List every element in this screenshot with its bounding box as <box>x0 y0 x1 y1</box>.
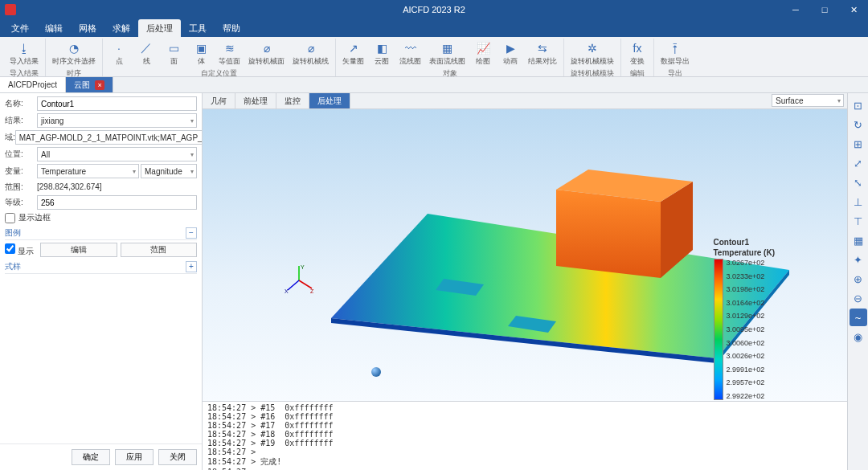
legend-show-label: 显示 <box>18 247 34 255</box>
svg-text:X: X <box>285 288 289 294</box>
表面流线图-icon: ▦ <box>440 41 455 55</box>
domain-select[interactable]: MAT_AGP-MOLD_2_1_MATPOINT.vtk;MAT_AGP_t <box>15 130 202 145</box>
tool-11[interactable]: ~ <box>850 309 867 326</box>
ribbon-数据导出[interactable]: ⭱数据导出 <box>657 40 693 67</box>
ribbon-group-label: 自定义位置 <box>201 67 237 80</box>
svg-line-12 <box>288 280 299 290</box>
svg-text:Z: Z <box>310 288 314 294</box>
tool-9[interactable]: ⊕ <box>850 270 867 288</box>
tool-0[interactable]: ⊡ <box>850 96 867 114</box>
levels-input[interactable] <box>37 195 197 210</box>
location-select[interactable]: All <box>37 147 197 161</box>
ribbon-点[interactable]: ·点 <box>106 40 132 67</box>
show-border-checkbox[interactable] <box>5 213 15 223</box>
3d-viewport[interactable]: Y Z X Contour1 Temperature (K) 3.0267e+0… <box>203 109 847 401</box>
name-input[interactable] <box>37 96 197 111</box>
ribbon-旋转机械线[interactable]: ⌀旋转机械线 <box>289 40 332 67</box>
导入结果-icon: ⭳ <box>17 41 31 55</box>
result-select[interactable]: jixiang <box>37 113 197 128</box>
tool-2[interactable]: ⊞ <box>850 135 867 153</box>
view-tabs: 几何前处理监控后处理Surface <box>203 93 847 109</box>
view-tab-监控[interactable]: 监控 <box>276 93 309 108</box>
关闭-button[interactable]: 关闭 <box>158 449 197 465</box>
等值面-icon: ≋ <box>223 41 237 55</box>
ribbon-group-label: 对象 <box>443 67 457 80</box>
variable-component-select[interactable]: Magnitude <box>141 164 197 178</box>
tool-3[interactable]: ⤢ <box>850 154 867 172</box>
ribbon-矢量图[interactable]: ↗矢量图 <box>339 40 367 67</box>
property-panel: 名称: 结果:jixiang 域:MAT_AGP-MOLD_2_1_MATPOI… <box>0 93 203 470</box>
style-section-header[interactable]: 式样+ <box>5 260 197 274</box>
tool-7[interactable]: ▦ <box>850 231 867 249</box>
tool-6[interactable]: ⊤ <box>850 212 867 230</box>
ribbon-导入结果[interactable]: ⭳导入结果 <box>6 40 42 67</box>
ribbon-等值面[interactable]: ≋等值面 <box>215 40 244 67</box>
svg-line-10 <box>299 280 312 288</box>
view-tab-前处理[interactable]: 前处理 <box>235 93 276 108</box>
svg-marker-3 <box>556 190 661 278</box>
ribbon: ⭳导入结果导入结果◔时序文件选择时序·点／线▭面▣体≋等值面⌀旋转机械面⌀旋转机… <box>0 37 868 77</box>
maximize-button[interactable]: □ <box>810 0 839 19</box>
tool-4[interactable]: ⤡ <box>850 174 867 191</box>
menu-求解[interactable]: 求解 <box>104 19 138 37</box>
旋转机械面-icon: ⌀ <box>260 41 274 55</box>
ribbon-时序文件选择[interactable]: ◔时序文件选择 <box>49 40 99 67</box>
绘图-icon: 📈 <box>476 41 490 55</box>
close-button[interactable]: ✕ <box>839 0 868 19</box>
console-output[interactable]: 18:54:27 > #15 0xffffffff 18:54:27 > #16… <box>203 401 847 470</box>
tool-10[interactable]: ⊖ <box>850 289 867 307</box>
tool-12[interactable]: ◉ <box>850 328 867 345</box>
menu-帮助[interactable]: 帮助 <box>215 19 248 37</box>
ribbon-旋转机械面[interactable]: ⌀旋转机械面 <box>245 40 288 67</box>
label-result: 结果: <box>5 115 37 126</box>
ribbon-表面流线图[interactable]: ▦表面流线图 <box>426 40 469 67</box>
应用-button[interactable]: 应用 <box>115 449 154 465</box>
label-location: 位置: <box>5 149 37 160</box>
surface-select[interactable]: Surface <box>772 94 844 107</box>
ribbon-变换[interactable]: fx变换 <box>624 40 650 67</box>
ribbon-group: fx变换编辑 <box>621 39 654 76</box>
ribbon-动画[interactable]: ▶动画 <box>497 40 523 67</box>
legend-tick: 3.0198e+02 <box>727 285 765 293</box>
project-tab-AICFDProject[interactable]: AICFDProject <box>0 77 66 92</box>
variable-select[interactable]: Temperature <box>37 164 139 178</box>
tool-1[interactable]: ↻ <box>850 116 867 133</box>
menu-网格[interactable]: 网格 <box>71 19 104 37</box>
close-tab-icon[interactable]: × <box>95 80 104 90</box>
legend-tick: 2.9922e+02 <box>727 392 765 400</box>
app-logo <box>5 4 16 15</box>
ribbon-group-label: 旋转机械模块 <box>571 67 614 80</box>
orientation-ball-icon <box>371 367 381 377</box>
titlebar: AICFD 2023 R2 ─ □ ✕ <box>0 0 868 19</box>
label-variable: 变量: <box>5 166 37 177</box>
ribbon-绘图[interactable]: 📈绘图 <box>470 40 496 67</box>
ribbon-云图[interactable]: ◧云图 <box>369 40 395 67</box>
minimize-button[interactable]: ─ <box>781 0 810 19</box>
axis-gizmo: Y Z X <box>283 264 315 296</box>
ribbon-面[interactable]: ▭面 <box>161 40 186 67</box>
legend-range-button[interactable]: 范围 <box>121 243 198 257</box>
legend-show-checkbox[interactable] <box>5 243 15 254</box>
view-tab-几何[interactable]: 几何 <box>203 93 235 108</box>
结果对比-icon: ⇆ <box>535 41 550 55</box>
show-border-label: 显示边框 <box>18 212 51 223</box>
legend-edit-button[interactable]: 编辑 <box>40 243 117 257</box>
menu-后处理[interactable]: 后处理 <box>138 19 181 37</box>
expand-icon: + <box>186 261 197 272</box>
legend-tick: 2.9991e+02 <box>727 366 765 374</box>
ribbon-旋转机械模块[interactable]: ✲旋转机械模块 <box>567 40 617 67</box>
ribbon-流线图[interactable]: 〰流线图 <box>396 40 424 67</box>
label-name: 名称: <box>5 98 37 109</box>
ribbon-体[interactable]: ▣体 <box>188 40 214 67</box>
menu-工具[interactable]: 工具 <box>181 19 215 37</box>
tool-8[interactable]: ✦ <box>850 251 867 268</box>
view-tab-后处理[interactable]: 后处理 <box>309 93 350 108</box>
ribbon-结果对比[interactable]: ⇆结果对比 <box>525 40 560 67</box>
menu-编辑[interactable]: 编辑 <box>37 19 71 37</box>
menu-文件[interactable]: 文件 <box>3 19 37 37</box>
tool-5[interactable]: ⊥ <box>850 193 867 210</box>
确定-button[interactable]: 确定 <box>72 449 110 465</box>
project-tab-云图[interactable]: 云图× <box>66 77 113 92</box>
legend-section-header[interactable]: 图例− <box>5 226 197 240</box>
ribbon-线[interactable]: ／线 <box>133 40 159 67</box>
